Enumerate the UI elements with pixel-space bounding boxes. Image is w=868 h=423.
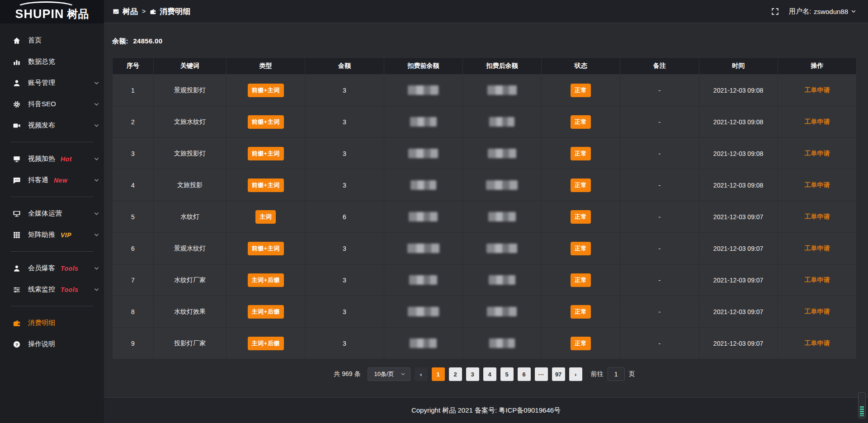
fullscreen-icon[interactable] (771, 8, 779, 15)
status-badge: 正常 (571, 147, 591, 160)
work-order-link[interactable]: 工单申请 (804, 86, 830, 94)
cell-time: 2021-12-03 09:08 (699, 75, 778, 106)
prev-page-button[interactable]: ‹ (415, 367, 428, 381)
sidebar-item-label: 会员爆客 (28, 264, 55, 273)
table-row: 4文旅投影前缀+主词3正常-2021-12-03 09:08工单申请 (113, 169, 857, 201)
sidebar-item-消费明细[interactable]: 消费明细 (0, 312, 104, 334)
type-badge: 前缀+主词 (248, 147, 284, 160)
sidebar-item-会员爆客[interactable]: 会员爆客Tools (0, 258, 104, 279)
cell-balance-before (384, 296, 462, 328)
page-button-97[interactable]: 97 (552, 367, 565, 381)
work-order-link[interactable]: 工单申请 (804, 244, 830, 252)
page-button-2[interactable]: 2 (449, 367, 462, 381)
work-order-link[interactable]: 工单申请 (804, 118, 830, 125)
redacted-balance (410, 338, 437, 348)
consumption-table: 序号关键词类型金额扣费前余额扣费后余额状态备注时间操作 1景观投影灯前缀+主词3… (112, 57, 857, 359)
cell-time: 2021-12-03 09:07 (699, 328, 778, 359)
cell-balance-after (462, 201, 541, 233)
sidebar-item-抖音SEO[interactable]: 抖音SEO (0, 94, 104, 115)
cell-index: 6 (113, 233, 154, 264)
cell-action: 工单申请 (778, 75, 856, 106)
sidebar-item-数据总览[interactable]: 数据总览 (0, 51, 104, 72)
sidebar-divider (10, 251, 94, 252)
chevron-down-icon (851, 8, 856, 15)
page-button-5[interactable]: 5 (500, 367, 514, 381)
breadcrumb-item-消费明细[interactable]: 消费明细 (150, 6, 190, 17)
sidebar-item-线索监控[interactable]: 线索监控Tools (0, 279, 104, 300)
cell-type: 前缀+主词 (226, 138, 305, 169)
goto-page-input[interactable] (608, 367, 625, 381)
column-header-类型: 类型 (226, 58, 305, 75)
cell-action: 工单申请 (778, 106, 856, 138)
type-badge: 前缀+主词 (248, 84, 284, 97)
type-badge: 主词+后缀 (248, 337, 284, 350)
chevron-down-icon (401, 371, 406, 378)
cell-time: 2021-12-03 09:08 (699, 106, 778, 138)
cell-balance-before (384, 328, 462, 359)
work-order-link[interactable]: 工单申请 (804, 213, 830, 220)
cell-time: 2021-12-03 09:08 (699, 138, 778, 169)
chevron-down-icon (94, 232, 99, 238)
work-order-link[interactable]: 工单申请 (804, 150, 830, 157)
sidebar-item-视频发布[interactable]: 视频发布 (0, 115, 104, 136)
type-badge: 前缀+主词 (248, 242, 284, 255)
page-button-1[interactable]: 1 (432, 367, 445, 381)
floating-side-widget[interactable] (858, 392, 866, 418)
cell-remark: - (620, 328, 699, 359)
work-order-link[interactable]: 工单申请 (804, 181, 830, 188)
work-order-link[interactable]: 工单申请 (804, 308, 830, 315)
sidebar-item-抖客通[interactable]: 抖客通New (0, 169, 104, 191)
chevron-down-icon (94, 211, 99, 216)
cell-index: 8 (113, 296, 154, 328)
chevron-down-icon (94, 122, 99, 128)
column-header-扣费后余额: 扣费后余额 (462, 58, 541, 75)
sidebar-item-账号管理[interactable]: 账号管理 (0, 72, 104, 94)
question-icon: ? (12, 340, 21, 349)
redacted-balance (409, 212, 438, 221)
sidebar-item-视频加热[interactable]: 视频加热Hot (0, 148, 104, 169)
work-order-link[interactable]: 工单申请 (804, 276, 830, 283)
sidebar-item-label: 抖客通 (28, 176, 48, 184)
breadcrumb-item-树品[interactable]: 树品 (113, 6, 138, 17)
main-column: 树品>消费明细 用户名: zswodun88 余额: 24856.00 序号关键… (104, 0, 868, 423)
cell-type: 主词+后缀 (226, 296, 305, 328)
sidebar-item-全媒体运营[interactable]: 全媒体运营 (0, 203, 104, 224)
app-root: SHUPIN 树品 首页数据总览账号管理抖音SEO视频发布视频加热Hot抖客通N… (0, 0, 868, 423)
page-size-select[interactable]: 10条/页 (368, 367, 410, 381)
column-header-金额: 金额 (305, 58, 384, 75)
chevron-down-icon (94, 156, 99, 162)
cell-remark: - (620, 169, 699, 201)
cell-action: 工单申请 (778, 169, 856, 201)
cell-time: 2021-12-03 09:07 (699, 296, 778, 328)
wallet-icon (12, 319, 21, 328)
cell-keyword: 文旅投影 (154, 169, 226, 201)
sidebar-item-矩阵助推[interactable]: 矩阵助推VIP (0, 224, 104, 245)
sidebar-item-label: 视频发布 (28, 121, 55, 130)
cell-amount: 3 (305, 75, 384, 106)
column-header-时间: 时间 (699, 58, 778, 75)
type-badge: 主词+后缀 (248, 305, 284, 319)
page-button-4[interactable]: 4 (483, 367, 496, 381)
cell-balance-before (384, 201, 462, 233)
copyright-text: Copyright 树品 2021 备案号: 粤ICP备09019646号 (411, 406, 561, 415)
cell-index: 7 (113, 264, 154, 296)
cell-balance-after (462, 264, 541, 296)
dashboard-icon (113, 8, 119, 15)
sidebar-item-操作说明[interactable]: ?操作说明 (0, 334, 104, 355)
page-button-3[interactable]: 3 (466, 367, 479, 381)
cell-index: 9 (113, 328, 154, 359)
sidebar-item-首页[interactable]: 首页 (0, 30, 104, 51)
column-header-序号: 序号 (113, 58, 154, 75)
page-ellipsis-button[interactable]: ··· (535, 367, 548, 381)
user-dropdown[interactable]: 用户名: zswodun88 (789, 7, 856, 16)
cell-index: 2 (113, 106, 154, 138)
cell-amount: 6 (305, 201, 384, 233)
video-icon (12, 121, 21, 130)
cell-type: 前缀+主词 (226, 75, 305, 106)
cell-remark: - (620, 106, 699, 138)
work-order-link[interactable]: 工单申请 (804, 339, 830, 347)
sidebar-item-badge: Tools (61, 286, 78, 293)
cell-index: 4 (113, 169, 154, 201)
page-button-6[interactable]: 6 (518, 367, 531, 381)
next-page-button[interactable]: › (569, 367, 582, 381)
